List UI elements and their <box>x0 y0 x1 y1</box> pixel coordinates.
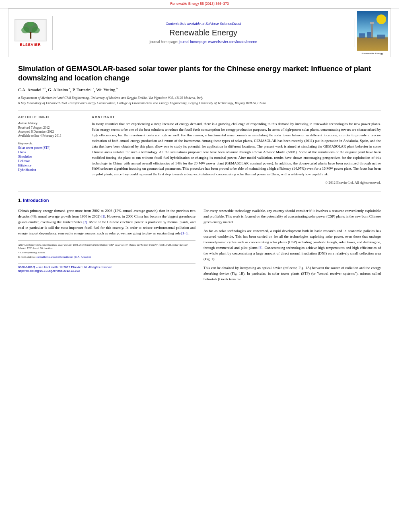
affiliation-a: a Department of Mechanical and Civil Eng… <box>18 95 381 101</box>
citation-text: Renewable Energy 55 (2013) 366–373 <box>0 2 399 6</box>
svg-rect-12 <box>371 23 373 37</box>
svg-rect-8 <box>357 37 388 51</box>
svg-point-7 <box>376 14 386 24</box>
intro-text-right-1: For every renewable technology available… <box>204 208 381 225</box>
keywords-block: Keywords: Solar tower power (STP) China … <box>18 142 84 172</box>
article-info-col: ARTICLE INFO Article history: Received 7… <box>18 115 84 185</box>
cover-title: Renewable Energy <box>362 52 383 55</box>
intro-text-left: China's primary energy demand grew more … <box>18 208 195 236</box>
journal-title: Renewable Energy <box>56 28 351 37</box>
article-info-abstract: ARTICLE INFO Article history: Received 7… <box>18 115 381 185</box>
intro-col-left: China's primary energy demand grew more … <box>18 208 195 285</box>
svg-point-2 <box>21 27 29 33</box>
intro-body: China's primary energy demand grew more … <box>18 208 381 285</box>
affiliation-b: b Key laboratory of Enhanced Heat Transf… <box>18 101 381 106</box>
keywords-label: Keywords: <box>18 142 84 145</box>
sciverse-link: Contents lists available at SciVerse Sci… <box>56 22 351 26</box>
footer-issn: 0960-1481/$ – see front matter © 2012 El… <box>18 265 195 269</box>
abbrev-label: Abbreviations: CSP, concentrating solar … <box>18 243 195 250</box>
authors: C.A. Amadei a,*, G. Allesina a, P. Tarta… <box>18 87 381 92</box>
homepage-link[interactable]: journal homepage: www.elsevier.com/locat… <box>179 40 257 44</box>
intro-title: 1. Introduction <box>18 198 381 203</box>
sciverse-link-text[interactable]: SciVerse ScienceDirect <box>206 22 241 26</box>
keyword-simulation[interactable]: Simulation <box>18 155 84 158</box>
email-note: E-mail address: carloalberto.amadei@gmai… <box>18 255 195 259</box>
page-header: Renewable Energy 55 (2013) 366–373 ELSEV… <box>0 0 399 57</box>
abbrev-text: CSP, concentrating solar power; DNI, dir… <box>18 243 188 250</box>
author-wu: Wu Yuting b <box>96 87 117 92</box>
main-content: Simulation of GEMASOLAR-based solar towe… <box>0 64 399 286</box>
svg-rect-4 <box>30 32 31 39</box>
paper-title: Simulation of GEMASOLAR-based solar towe… <box>18 64 381 83</box>
ref-3-5[interactable]: [3–5] <box>181 232 188 235</box>
article-info-heading: ARTICLE INFO <box>18 115 84 119</box>
author-allesina: G. Allesina a <box>48 87 70 92</box>
article-history: Article history: Received 7 August 2012 … <box>18 121 84 138</box>
email-address: carloalberto.amadei@gmail.com (C.A. Amad… <box>37 255 91 259</box>
section-divider <box>18 111 381 111</box>
intro-num: 1. <box>18 198 22 203</box>
svg-point-3 <box>32 27 40 33</box>
intro-label: Introduction <box>23 198 49 203</box>
ref-6[interactable]: [6] <box>259 246 262 250</box>
elsevier-label: ELSEVIER <box>20 43 41 47</box>
cover-image <box>357 11 388 51</box>
elsevier-logo: ELSEVIER <box>8 16 53 50</box>
journal-homepage: journal homepage: journal homepage: www.… <box>56 40 351 44</box>
corresponding-note: * Corresponding author. <box>18 251 195 254</box>
keyword-china[interactable]: China <box>18 150 84 154</box>
citation-bar: Renewable Energy 55 (2013) 366–373 <box>0 0 399 8</box>
received-date: Received 7 August 2012 <box>18 126 84 129</box>
intro-col-right: For every renewable technology available… <box>204 208 381 285</box>
abstract-text: In many countries that are experiencing … <box>92 121 381 177</box>
history-label: Article history: <box>18 121 84 125</box>
author-tartarini: P. Tartarini a <box>72 87 94 92</box>
copyright: © 2012 Elsevier Ltd. All rights reserved… <box>92 181 381 185</box>
elsevier-logo-image <box>14 19 47 41</box>
svg-point-5 <box>27 22 34 27</box>
available-date: Available online 4 February 2013 <box>18 134 84 138</box>
footer-doi[interactable]: http://dx.doi.org/10.1016/j.renene.2012.… <box>18 269 195 273</box>
ref-1[interactable]: [1] <box>101 215 105 218</box>
svg-rect-9 <box>359 33 365 38</box>
abstract-col: ABSTRACT In many countries that are expe… <box>92 115 381 185</box>
introduction-section: 1. Introduction China's primary energy d… <box>18 198 381 285</box>
journal-cover: Renewable Energy <box>354 9 391 57</box>
abstract-heading: ABSTRACT <box>92 115 381 119</box>
keyword-stp[interactable]: Solar tower power (STP) <box>18 146 84 150</box>
ref-2[interactable]: [2] <box>83 220 87 224</box>
affiliations: a Department of Mechanical and Civil Eng… <box>18 95 381 106</box>
intro-text-right-3: This can be obtained by interposing an o… <box>204 265 381 282</box>
abbrev-heading: Abbreviations: <box>18 243 35 246</box>
svg-rect-11 <box>377 35 385 39</box>
author-amadei: C.A. Amadei a,* <box>18 87 46 92</box>
accepted-date: Accepted 8 December 2012 <box>18 130 84 134</box>
body-divider <box>18 191 381 191</box>
footnotes: Abbreviations: CSP, concentrating solar … <box>18 240 195 259</box>
email-label: E-mail address: <box>18 255 36 259</box>
journal-center: Contents lists available at SciVerse Sci… <box>53 18 354 47</box>
keyword-efficiency[interactable]: Efficiency <box>18 164 84 167</box>
page-footer: 0960-1481/$ – see front matter © 2012 El… <box>18 263 195 273</box>
journal-header: ELSEVIER Contents lists available at Sci… <box>8 8 391 57</box>
keyword-heliostat[interactable]: Heliostat <box>18 159 84 163</box>
svg-rect-13 <box>370 22 374 24</box>
keyword-hybridization[interactable]: Hybridization <box>18 168 84 172</box>
intro-text-right-2: As far as solar technologies are concern… <box>204 228 381 262</box>
